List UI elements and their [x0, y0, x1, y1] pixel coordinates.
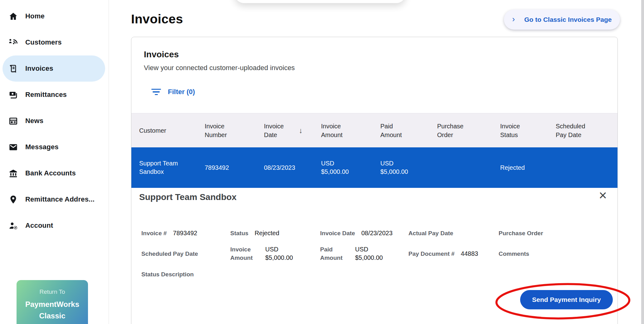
sort-descending-icon[interactable]: ↓ [299, 126, 303, 135]
field-actual-pay-date: Actual Pay Date [408, 229, 499, 237]
field-invoice-date: Invoice Date08/23/2023 [320, 229, 408, 237]
field-paid-amount: Paid AmountUSD $5,000.00 [320, 245, 408, 262]
sidebar-item-label: News [25, 117, 43, 125]
page-title: Invoices [131, 12, 183, 26]
cell-customer: Support Team Sandbox [139, 159, 205, 176]
table-header-row: Customer Invoice Number Invoice Date ↓ I… [131, 113, 617, 147]
filter-label: Filter (0) [168, 88, 195, 96]
filter-button[interactable]: Filter (0) [151, 86, 195, 98]
cell-invoice-amount: USD $5,000.00 [321, 159, 380, 176]
vertical-scrollbar[interactable] [641, 0, 644, 324]
sidebar-item-account[interactable]: Account [0, 212, 109, 239]
column-header-scheduled-pay-date[interactable]: Scheduled Pay Date [556, 122, 617, 139]
column-header-invoice-status[interactable]: Invoice Status [500, 122, 556, 139]
sidebar-item-label: Customers [25, 38, 62, 46]
send-payment-inquiry-button[interactable]: Send Payment Inquiry [520, 290, 613, 309]
return-card-line2: PaymentWorks [17, 298, 88, 310]
field-comments: Comments [499, 250, 607, 258]
sidebar-item-messages[interactable]: Messages [0, 134, 109, 160]
invoices-card-title: Invoices [144, 50, 179, 60]
invoices-card-subtitle: View your connected customer-uploaded in… [144, 64, 295, 72]
column-header-paid-amount[interactable]: Paid Amount [380, 122, 437, 139]
column-header-invoice-amount[interactable]: Invoice Amount [321, 122, 380, 139]
location-pin-icon [8, 195, 18, 204]
cell-invoice-number: 7893492 [205, 164, 264, 172]
go-to-classic-invoices-label: Go to Classic Invoices Page [524, 16, 612, 23]
detail-fields-row-2: Scheduled Pay Date Invoice AmountUSD $5,… [141, 245, 607, 262]
sidebar-item-label: Invoices [25, 64, 53, 73]
column-header-customer[interactable]: Customer [139, 126, 205, 135]
detail-panel-title: Support Team Sandbox [139, 192, 237, 202]
detail-fields-row-3: Status Description [141, 270, 607, 279]
sidebar-item-label: Remittance Addres... [25, 195, 95, 203]
sidebar-item-label: Home [25, 12, 45, 20]
return-to-classic-card[interactable]: Return To PaymentWorks Classic [17, 280, 88, 324]
customers-icon [8, 38, 18, 47]
field-invoice-number: Invoice #7893492 [141, 229, 230, 237]
sidebar: Home Customers Invoices Remittances [0, 0, 109, 324]
invoices-card: Invoices View your connected customer-up… [131, 37, 618, 324]
news-icon [8, 116, 18, 126]
field-scheduled-pay-date: Scheduled Pay Date [141, 250, 230, 258]
sidebar-item-news[interactable]: News [0, 108, 109, 134]
messages-icon [8, 142, 18, 152]
bank-icon [8, 169, 18, 178]
return-card-line3: Classic [17, 310, 88, 322]
sidebar-item-customers[interactable]: Customers [0, 29, 109, 55]
cell-paid-amount: USD $5,000.00 [380, 159, 437, 176]
sidebar-item-label: Remittances [25, 91, 67, 99]
field-status: StatusRejected [230, 229, 320, 237]
cell-invoice-status: Rejected [500, 164, 556, 172]
column-header-purchase-order[interactable]: Purchase Order [437, 122, 500, 139]
sidebar-item-remittance-addresses[interactable]: Remittance Addres... [0, 186, 109, 212]
sidebar-item-home[interactable]: Home [0, 3, 109, 29]
sidebar-item-invoices[interactable]: Invoices [2, 55, 105, 82]
filter-icon [151, 89, 161, 95]
top-floating-element [235, 0, 406, 3]
column-header-invoice-number[interactable]: Invoice Number [205, 122, 264, 139]
home-icon [8, 12, 18, 21]
sidebar-item-bank-accounts[interactable]: Bank Accounts [0, 160, 109, 186]
sidebar-item-label: Account [25, 222, 53, 230]
column-header-invoice-date[interactable]: Invoice Date ↓ [264, 122, 321, 139]
sidebar-item-label: Bank Accounts [25, 169, 76, 177]
detail-fields-row-1: Invoice #7893492 StatusRejected Invoice … [141, 229, 607, 237]
sidebar-item-label: Messages [25, 143, 59, 151]
sidebar-item-remittances[interactable]: Remittances [0, 82, 109, 108]
invoice-table-row-selected[interactable]: Support Team Sandbox 7893492 08/23/2023 … [131, 147, 617, 188]
remittances-icon [8, 90, 18, 100]
invoices-icon [8, 64, 18, 74]
close-icon[interactable]: × [599, 188, 607, 202]
account-gear-icon [8, 221, 18, 231]
field-purchase-order: Purchase Order [499, 229, 607, 237]
field-status-description: Status Description [141, 270, 230, 279]
field-pay-document-number: Pay Document #44883 [408, 250, 499, 258]
paymentworks-app: Home Customers Invoices Remittances [0, 0, 644, 324]
go-to-classic-invoices-button[interactable]: › Go to Classic Invoices Page [504, 10, 620, 30]
cell-invoice-date: 08/23/2023 [264, 164, 321, 172]
field-invoice-amount: Invoice AmountUSD $5,000.00 [230, 245, 320, 262]
chevron-right-icon: › [512, 14, 515, 24]
return-card-line1: Return To [17, 288, 88, 295]
